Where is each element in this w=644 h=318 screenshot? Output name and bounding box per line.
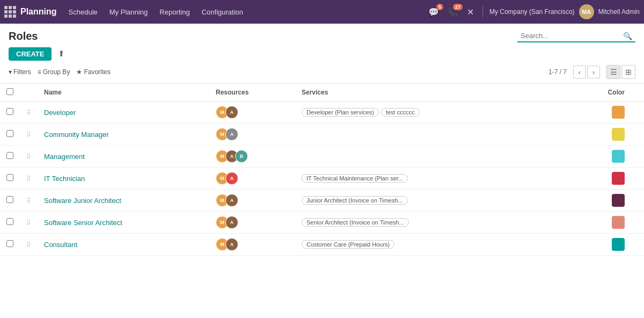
search-bar: 🔍 (517, 31, 635, 42)
page-content: Roles 🔍 CREATE ⬆ ▾ Filters ≡ Group By ★ … (0, 24, 644, 318)
header-name[interactable]: Name (38, 84, 209, 102)
role-color[interactable] (588, 146, 631, 168)
user-avatar[interactable]: MA (579, 4, 594, 19)
top-menu: Schedule My Planning Reporting Configura… (63, 6, 424, 18)
row-actions (631, 168, 644, 190)
role-services: IT Technical Maintenance (Plan ser... (295, 168, 588, 190)
filter-bar: ▾ Filters ≡ Group By ★ Favorites 1-7 / 7… (0, 65, 644, 84)
row-actions (631, 234, 644, 256)
drag-handle[interactable]: ⠿ (26, 175, 31, 183)
drag-handle[interactable]: ⠿ (26, 109, 31, 117)
menu-configuration[interactable]: Configuration (196, 6, 248, 18)
header-resources[interactable]: Resources (209, 84, 295, 102)
favorites-button[interactable]: ★ Favorites (76, 68, 110, 76)
next-page-button[interactable]: › (587, 66, 600, 78)
drag-handle[interactable]: ⠿ (26, 153, 31, 161)
star-icon: ★ (76, 68, 82, 76)
role-services: Senior Architect (Invoice on Timesh... (295, 212, 588, 234)
role-color[interactable] (588, 102, 631, 124)
avatar: A (225, 106, 238, 119)
chat-button[interactable]: 💬 5 (426, 6, 441, 18)
header-color[interactable]: Color (588, 84, 631, 102)
drag-handle[interactable]: ⠿ (26, 197, 31, 205)
menu-reporting[interactable]: Reporting (154, 6, 195, 18)
role-color[interactable] (588, 212, 631, 234)
nav-divider (482, 6, 483, 17)
role-name[interactable]: Developer (38, 102, 209, 124)
header-actions (631, 84, 644, 102)
drag-handle[interactable]: ⠿ (26, 241, 31, 249)
role-color[interactable] (588, 124, 631, 146)
role-color[interactable] (588, 190, 631, 212)
table-header-row: Name Resources Services Color (0, 84, 644, 102)
row-actions (631, 124, 644, 146)
color-swatch (612, 150, 625, 163)
avatar: A (225, 194, 238, 207)
role-resources: MA (209, 190, 295, 212)
role-name[interactable]: Software Senior Architect (38, 212, 209, 234)
role-color[interactable] (588, 168, 631, 190)
list-view-button[interactable]: ☰ (606, 65, 620, 79)
menu-my-planning[interactable]: My Planning (104, 6, 153, 18)
user-name[interactable]: Mitchell Admin (598, 8, 640, 16)
row-actions (631, 146, 644, 168)
row-checkbox[interactable] (6, 152, 13, 159)
prev-page-button[interactable]: ‹ (573, 66, 586, 78)
row-checkbox[interactable] (6, 130, 13, 137)
header-services[interactable]: Services (295, 84, 588, 102)
service-tag: Junior Architect (Invoice on Timesh... (302, 196, 408, 205)
company-label[interactable]: My Company (San Francisco) (489, 8, 575, 16)
role-name[interactable]: IT Technician (38, 168, 209, 190)
role-resources: MA (209, 212, 295, 234)
role-resources: MA (209, 124, 295, 146)
filters-button[interactable]: ▾ Filters (9, 68, 31, 76)
service-tag: IT Technical Maintenance (Plan ser... (302, 174, 408, 183)
table-row: ⠿ManagementMAB (0, 146, 644, 168)
table-row: ⠿ConsultantMACustomer Care (Prepaid Hour… (0, 234, 644, 256)
color-swatch (612, 172, 625, 185)
groupby-icon: ≡ (38, 68, 41, 76)
color-swatch (612, 128, 625, 141)
role-name[interactable]: Software Junior Architect (38, 190, 209, 212)
service-tag: Developer (Plan services) (302, 108, 379, 117)
row-checkbox[interactable] (6, 108, 13, 115)
role-services: Customer Care (Prepaid Hours) (295, 234, 588, 256)
row-checkbox[interactable] (6, 218, 13, 225)
phone-button[interactable]: 📞 27 (445, 6, 460, 18)
avatar: A (225, 238, 238, 251)
service-tag: Customer Care (Prepaid Hours) (302, 240, 394, 249)
avatar: B (235, 150, 248, 163)
drag-handle[interactable]: ⠿ (26, 131, 31, 139)
role-resources: MA (209, 102, 295, 124)
search-input[interactable] (521, 32, 623, 40)
service-tag: test cccccc (381, 108, 420, 117)
create-button[interactable]: CREATE (9, 47, 52, 61)
role-name[interactable]: Consultant (38, 234, 209, 256)
drag-handle[interactable]: ⠿ (26, 219, 31, 227)
app-logo[interactable]: Planning (4, 6, 57, 18)
role-color[interactable] (588, 234, 631, 256)
row-checkbox[interactable] (6, 196, 13, 203)
grid-view-button[interactable]: ⊞ (621, 65, 635, 79)
service-tag: Senior Architect (Invoice on Timesh... (302, 218, 409, 227)
color-swatch (612, 194, 625, 207)
phone-badge: 27 (453, 4, 463, 10)
upload-button[interactable]: ⬆ (56, 47, 67, 61)
role-name[interactable]: Community Manager (38, 124, 209, 146)
role-name[interactable]: Management (38, 146, 209, 168)
role-resources: MAB (209, 146, 295, 168)
avatar: A (225, 216, 238, 229)
page-title: Roles (9, 30, 38, 42)
close-button[interactable]: ✕ (465, 6, 476, 18)
menu-schedule[interactable]: Schedule (63, 6, 103, 18)
row-checkbox[interactable] (6, 174, 13, 181)
table-row: ⠿Community ManagerMA (0, 124, 644, 146)
pagination-controls: ‹ › (573, 66, 600, 78)
group-by-button[interactable]: ≡ Group By (38, 68, 70, 76)
view-toggle: ☰ ⊞ (606, 65, 635, 79)
table-row: ⠿DeveloperMADeveloper (Plan services)tes… (0, 102, 644, 124)
table-row: ⠿IT TechnicianMAIT Technical Maintenance… (0, 168, 644, 190)
color-swatch (612, 106, 625, 119)
select-all-checkbox[interactable] (6, 88, 13, 95)
row-checkbox[interactable] (6, 240, 13, 247)
